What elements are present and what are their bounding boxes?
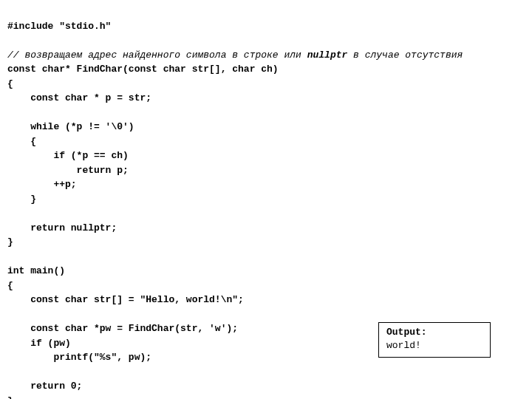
output-box: Output: world! xyxy=(378,322,491,358)
code-line: const char* FindChar(const char str[], c… xyxy=(7,64,279,75)
code-line: if (*p == ch) xyxy=(7,150,129,161)
code-line: if (pw) xyxy=(7,338,71,349)
code-line: return p; xyxy=(7,165,129,176)
output-text: world! xyxy=(386,339,482,352)
code-line: { xyxy=(7,280,13,291)
code-line: const char * p = str; xyxy=(7,92,151,103)
code-line: const char str[] = "Hello, world!\n"; xyxy=(7,294,244,305)
code-line: } xyxy=(7,194,36,205)
comment-keyword: nullptr xyxy=(307,50,348,61)
comment-text: // возвращаем адрес найденного символа в… xyxy=(7,50,307,61)
code-line: { xyxy=(7,78,13,89)
code-line: const char *pw = FindChar(str, 'w'); xyxy=(7,323,238,334)
code-line: { xyxy=(7,136,36,147)
comment-line: // возвращаем адрес найденного символа в… xyxy=(7,50,463,61)
code-line: #include "stdio.h" xyxy=(7,21,111,32)
code-line: ++p; xyxy=(7,179,77,190)
code-line: } xyxy=(7,236,13,248)
code-line: } xyxy=(7,395,13,400)
code-line: printf("%s", pw); xyxy=(7,352,151,363)
code-line: while (*p != '\0') xyxy=(7,121,134,132)
output-label: Output: xyxy=(386,326,482,339)
code-line: int main() xyxy=(7,265,65,276)
code-line: return nullptr; xyxy=(7,222,117,233)
comment-text: в случае отсутствия xyxy=(347,50,463,61)
code-line: return 0; xyxy=(7,381,82,392)
